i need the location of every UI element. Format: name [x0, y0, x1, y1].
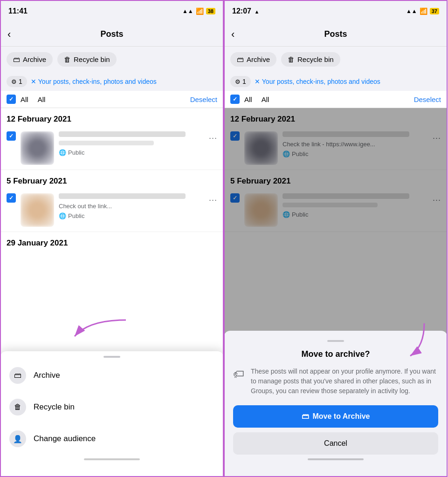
location-icon-right: ▲: [254, 9, 259, 14]
post-text-blur2-1: [59, 141, 154, 145]
post-more-2-left[interactable]: ···: [209, 195, 217, 205]
filter-text-left: ✕ Your posts, check-ins, photos and vide…: [31, 78, 157, 85]
right-panel: 12:07 ▲ ▲▲ 📶 37 ‹ Posts 🗃 Archive 🗑 Recy…: [224, 0, 448, 477]
filter-chips-right: 🗃 Archive 🗑 Recycle bin: [224, 47, 448, 72]
archive-icon-left: 🗃: [13, 55, 20, 63]
modal-description: These posts will not appear on your prof…: [251, 367, 438, 396]
modal-title: Move to archive?: [233, 349, 438, 359]
post-thumbnail-2-left: [21, 193, 54, 227]
archive-btn-icon: 🗃: [302, 412, 309, 421]
recycle-chip-left[interactable]: 🗑 Recycle bin: [57, 52, 117, 67]
battery-badge-left: 38: [206, 8, 215, 14]
close-filter-icon-right[interactable]: ✕: [255, 78, 260, 85]
arrow-left: [61, 313, 135, 350]
sheet-audience-icon: 👤: [9, 430, 26, 447]
archive-icon-right: 🗃: [237, 55, 244, 63]
signal-icon-right: ▲▲: [406, 8, 417, 14]
globe-icon-2-left: 🌐: [59, 212, 66, 219]
post-item-2-left: Check out the link... 🌐 Public ···: [0, 189, 224, 232]
filter-bar-left: ⚙ 1 ✕ Your posts, check-ins, photos and …: [0, 72, 224, 91]
filter-badge-right[interactable]: ⚙ 1: [230, 76, 251, 87]
sheet-audience-item[interactable]: 👤 Change audience: [0, 423, 224, 455]
wifi-icon-left: 📶: [196, 7, 204, 15]
home-indicator-right: [308, 458, 364, 460]
date-header-3-left: 29 January 2021: [0, 232, 224, 251]
bottom-sheet-left: 🗃 Archive 🗑 Recycle bin 👤 Change audienc…: [0, 351, 224, 477]
post-public-2-left: 🌐 Public: [59, 212, 217, 219]
globe-icon-1-left: 🌐: [59, 149, 66, 156]
move-to-archive-modal: Move to archive? 🏷 These posts will not …: [224, 331, 448, 477]
post-info-1-left: 🌐 Public: [59, 131, 217, 156]
archive-chip-left[interactable]: 🗃 Archive: [7, 52, 53, 67]
cancel-button[interactable]: Cancel: [233, 432, 438, 455]
post-checkbox-2-left[interactable]: [7, 193, 16, 203]
modal-body: 🏷 These posts will not appear on your pr…: [233, 367, 438, 396]
status-bar-right: 12:07 ▲ ▲▲ 📶 37: [224, 0, 448, 22]
post-text-blur-1: [59, 131, 186, 137]
date-header-1-left: 12 February 2021: [0, 108, 224, 127]
recycle-icon-left: 🗑: [64, 55, 71, 63]
sheet-archive-item[interactable]: 🗃 Archive: [0, 360, 224, 391]
status-bar-left: 11:41 ▲▲ 📶 38: [0, 0, 224, 22]
filter-icon-right: ⚙: [235, 78, 241, 85]
nav-bar-left: ‹ Posts: [0, 22, 224, 47]
left-panel: 11:41 ▲▲ 📶 38 ‹ Posts 🗃 Archive 🗑 Recycl…: [0, 0, 224, 477]
tag-icon: 🏷: [233, 368, 244, 381]
move-to-archive-button[interactable]: 🗃 Move to Archive: [233, 405, 438, 428]
status-icons-left: ▲▲ 📶 38: [182, 7, 215, 15]
content-area-right: 12 February 2021 Check the link - https:…: [224, 108, 448, 477]
select-row-left: All All Deselect: [0, 91, 224, 108]
recycle-icon-right: 🗑: [288, 55, 295, 63]
status-icons-right: ▲▲ 📶 37: [406, 7, 439, 15]
select-row-right: All All Deselect: [224, 91, 448, 108]
filter-chips-left: 🗃 Archive 🗑 Recycle bin: [0, 47, 224, 72]
post-text-blur-2: [59, 193, 186, 199]
page-title-left: Posts: [100, 29, 123, 39]
post-checkbox-1-left[interactable]: [7, 131, 16, 141]
post-more-1-left[interactable]: ···: [209, 133, 217, 143]
recycle-chip-right[interactable]: 🗑 Recycle bin: [281, 52, 340, 67]
filter-bar-right: ⚙ 1 ✕ Your posts, check-ins, photos and …: [224, 72, 448, 91]
filter-icon-left: ⚙: [11, 78, 17, 85]
status-time-right: 12:07 ▲: [232, 7, 259, 15]
date-header-2-left: 5 February 2021: [0, 170, 224, 189]
select-all-checkbox-right[interactable]: [230, 95, 240, 104]
modal-handle: [327, 340, 344, 342]
post-info-2-left: Check out the link... 🌐 Public: [59, 193, 217, 219]
wifi-icon-right: 📶: [420, 7, 427, 15]
post-thumbnail-1-left: [21, 131, 54, 165]
signal-icon-left: ▲▲: [182, 8, 193, 14]
post-public-1-left: 🌐 Public: [59, 149, 217, 156]
select-all-checkbox-left[interactable]: [7, 95, 16, 104]
battery-badge-right: 37: [430, 8, 439, 14]
post-text-2-left: Check out the link...: [59, 203, 217, 211]
status-time-left: 11:41: [8, 7, 28, 15]
deselect-button-left[interactable]: Deselect: [190, 95, 217, 103]
archive-chip-right[interactable]: 🗃 Archive: [230, 52, 276, 67]
deselect-button-right[interactable]: Deselect: [414, 95, 441, 103]
filter-badge-left[interactable]: ⚙ 1: [7, 76, 27, 87]
page-title-right: Posts: [324, 29, 347, 39]
content-area-left: 12 February 2021 🌐 Public ··· 5 February…: [0, 108, 224, 477]
filter-text-right: ✕ Your posts, check-ins, photos and vide…: [255, 78, 380, 85]
modal-overlay-right: Move to archive? 🏷 These posts will not …: [224, 108, 448, 477]
nav-bar-right: ‹ Posts: [224, 22, 448, 47]
sheet-recycle-icon: 🗑: [9, 399, 26, 416]
sheet-handle-left: [103, 356, 120, 358]
sheet-archive-icon: 🗃: [9, 367, 26, 384]
close-filter-icon-left[interactable]: ✕: [31, 78, 36, 85]
post-item-1-left: 🌐 Public ···: [0, 127, 224, 170]
back-button-right[interactable]: ‹: [231, 28, 234, 41]
sheet-recycle-item[interactable]: 🗑 Recycle bin: [0, 391, 224, 423]
home-indicator-left: [84, 458, 140, 460]
back-button-left[interactable]: ‹: [7, 28, 11, 41]
